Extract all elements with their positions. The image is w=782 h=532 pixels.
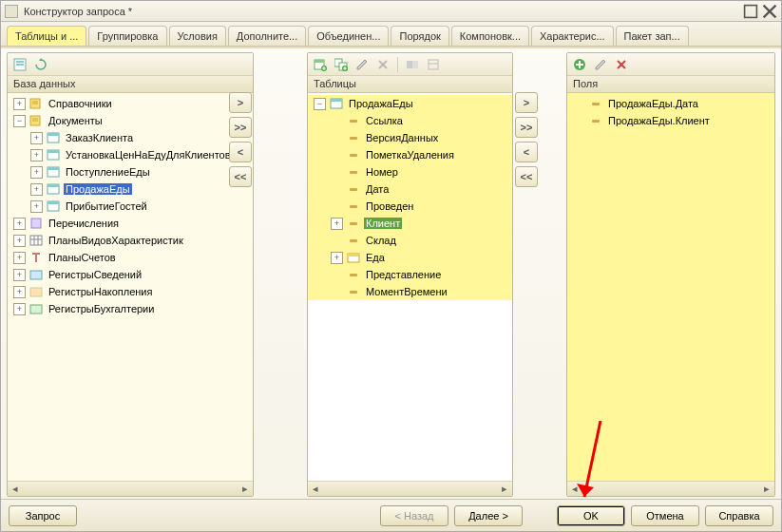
nested-tables-button[interactable] bbox=[11, 56, 29, 73]
database-scrollbar[interactable]: ◂ ▸ bbox=[8, 481, 253, 496]
temp-table-button[interactable] bbox=[425, 56, 442, 73]
tab-8[interactable]: Пакет зап... bbox=[616, 26, 689, 46]
tables-tree[interactable]: −ПродажаЕдыСсылкаВерсияДанныхПометкаУдал… bbox=[308, 93, 512, 481]
refresh-button[interactable] bbox=[32, 56, 49, 73]
tab-5[interactable]: Порядок bbox=[391, 26, 448, 46]
tree-row[interactable]: +ПродажаЕды bbox=[8, 180, 253, 198]
query-button[interactable]: Запрос bbox=[9, 505, 77, 526]
tab-2[interactable]: Условия bbox=[169, 26, 226, 46]
tree-row[interactable]: +РегистрыСведений bbox=[8, 266, 253, 283]
fields-scrollbar[interactable]: ◂ ▸ bbox=[567, 481, 774, 496]
tree-row[interactable]: +Клиент bbox=[308, 215, 512, 232]
move-right-button[interactable]: > bbox=[515, 92, 538, 113]
expand-icon[interactable]: + bbox=[331, 252, 343, 264]
tree-row[interactable]: ПродажаЕды.Клиент bbox=[567, 112, 774, 129]
add-table-button[interactable] bbox=[312, 56, 329, 73]
expand-icon[interactable]: + bbox=[30, 149, 43, 162]
expand-icon[interactable]: + bbox=[331, 218, 343, 230]
svg-rect-21 bbox=[48, 201, 59, 204]
delete-table-button[interactable] bbox=[374, 56, 391, 73]
expand-icon[interactable]: + bbox=[13, 98, 26, 110]
move-right-button[interactable]: > bbox=[229, 92, 252, 113]
expand-icon[interactable]: + bbox=[30, 166, 43, 179]
tree-row[interactable]: ВерсияДанных bbox=[308, 129, 512, 146]
tree-row[interactable]: +ПланыВидовХарактеристик bbox=[8, 232, 253, 249]
tree-row[interactable]: Склад bbox=[308, 232, 512, 249]
tree-row[interactable]: МоментВремени bbox=[308, 283, 512, 300]
tree-row[interactable]: ПродажаЕды.Дата bbox=[567, 95, 774, 112]
expand-icon[interactable]: + bbox=[30, 183, 43, 196]
move-all-right-button[interactable]: >> bbox=[515, 117, 538, 138]
move-left-button[interactable]: < bbox=[515, 142, 538, 162]
tab-1[interactable]: Группировка bbox=[88, 26, 166, 46]
expand-icon[interactable]: + bbox=[13, 252, 26, 264]
field-icon bbox=[347, 132, 360, 143]
expand-icon[interactable]: + bbox=[13, 303, 26, 315]
collapse-icon[interactable]: − bbox=[13, 115, 26, 127]
tab-6[interactable]: Компоновк... bbox=[451, 26, 529, 46]
tree-row[interactable]: +ПоступлениеЕды bbox=[8, 163, 253, 180]
tab-3[interactable]: Дополните... bbox=[228, 26, 306, 46]
tab-0[interactable]: Таблицы и ... bbox=[7, 26, 86, 46]
ok-button[interactable]: OK bbox=[557, 505, 625, 526]
expand-icon[interactable]: + bbox=[13, 269, 26, 281]
tree-row[interactable]: −ПродажаЕды bbox=[308, 95, 512, 112]
next-button[interactable]: Далее > bbox=[454, 505, 523, 526]
tree-row[interactable]: +ПрибытиеГостей bbox=[8, 198, 253, 215]
tree-row[interactable]: Проведен bbox=[308, 198, 512, 215]
field-icon bbox=[347, 286, 360, 297]
move-all-right-button[interactable]: >> bbox=[229, 117, 252, 138]
edit-field-button[interactable] bbox=[592, 56, 609, 73]
replace-table-button[interactable] bbox=[404, 56, 421, 73]
expand-icon[interactable]: + bbox=[30, 132, 43, 144]
edit-table-button[interactable] bbox=[353, 56, 371, 73]
add-nested-button[interactable] bbox=[333, 56, 350, 73]
scroll-right-icon[interactable]: ▸ bbox=[239, 484, 251, 495]
database-tree[interactable]: +Справочники−Документы+ЗаказКлиента+Уста… bbox=[8, 93, 253, 481]
window-maximize-button[interactable] bbox=[743, 5, 758, 18]
app-icon bbox=[5, 5, 18, 18]
scroll-right-icon[interactable]: ▸ bbox=[761, 484, 772, 495]
delete-field-button[interactable] bbox=[613, 56, 630, 73]
expand-icon[interactable]: + bbox=[13, 235, 26, 247]
tree-row[interactable]: Дата bbox=[308, 180, 512, 198]
move-all-left-button[interactable]: << bbox=[515, 166, 538, 187]
collapse-icon[interactable]: − bbox=[314, 98, 326, 110]
fields-tree[interactable]: ПродажаЕды.ДатаПродажаЕды.Клиент bbox=[567, 93, 774, 481]
move-left-button[interactable]: < bbox=[229, 142, 252, 162]
add-field-button[interactable] bbox=[571, 56, 588, 73]
scroll-right-icon[interactable]: ▸ bbox=[499, 484, 510, 495]
grid-icon bbox=[29, 235, 43, 246]
scroll-left-icon[interactable]: ◂ bbox=[10, 484, 21, 495]
tree-row[interactable]: +ПланыСчетов bbox=[8, 249, 253, 266]
window-close-button[interactable] bbox=[762, 5, 777, 18]
tree-row[interactable]: −Документы bbox=[8, 112, 253, 129]
tree-row[interactable]: +УстановкаЦенНаЕдуДляКлиентов bbox=[8, 146, 253, 163]
tree-row[interactable]: Представление bbox=[308, 266, 512, 283]
fields-panel: Поля ПродажаЕды.ДатаПродажаЕды.Клиент ◂ … bbox=[566, 52, 775, 497]
window-title: Конструктор запроса * bbox=[24, 6, 739, 17]
tab-4[interactable]: Объединен... bbox=[308, 26, 389, 46]
tree-row-label: Перечисления bbox=[47, 218, 121, 229]
tree-row[interactable]: Номер bbox=[308, 163, 512, 180]
tab-7[interactable]: Характерис... bbox=[531, 26, 614, 46]
tree-row[interactable]: +Справочники bbox=[8, 95, 253, 112]
move-all-left-button[interactable]: << bbox=[229, 166, 252, 187]
tree-row[interactable]: ПометкаУдаления bbox=[308, 146, 512, 163]
expand-icon[interactable]: + bbox=[13, 218, 26, 230]
tables-scrollbar[interactable]: ◂ ▸ bbox=[308, 481, 512, 496]
tree-row[interactable]: +РегистрыНакопления bbox=[8, 283, 253, 300]
tree-row[interactable]: +РегистрыБухгалтерии bbox=[8, 300, 253, 317]
scroll-left-icon[interactable]: ◂ bbox=[310, 484, 321, 495]
svg-rect-0 bbox=[745, 5, 757, 17]
cancel-button[interactable]: Отмена bbox=[631, 505, 699, 526]
tree-row[interactable]: Ссылка bbox=[308, 112, 512, 129]
expand-icon[interactable]: + bbox=[30, 200, 43, 213]
expand-icon[interactable]: + bbox=[13, 286, 26, 298]
svg-rect-23 bbox=[30, 236, 42, 245]
scroll-left-icon[interactable]: ◂ bbox=[569, 484, 581, 495]
tree-row[interactable]: +Перечисления bbox=[8, 215, 253, 232]
tree-row[interactable]: +ЗаказКлиента bbox=[8, 129, 253, 146]
tree-row[interactable]: +Еда bbox=[308, 249, 512, 266]
help-button[interactable]: Справка bbox=[705, 505, 773, 526]
